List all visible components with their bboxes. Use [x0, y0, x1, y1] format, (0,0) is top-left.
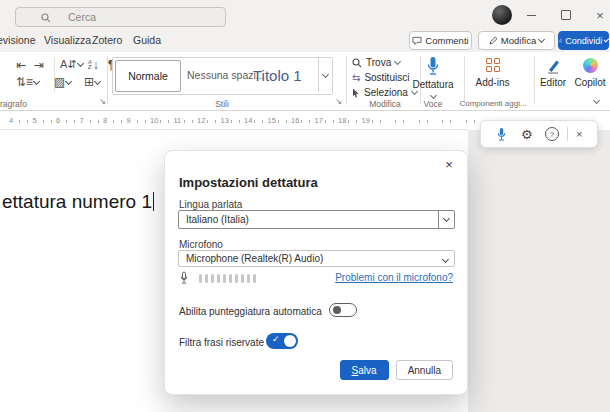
ruler-number: 5: [33, 116, 37, 125]
paragraph-group-label: ragrafo: [0, 99, 27, 109]
ruler-tick: [254, 120, 255, 123]
ruler-tick: [207, 120, 208, 123]
ruler-tick: [215, 120, 216, 123]
ruler-tick: [348, 120, 349, 123]
ruler-tick: [184, 120, 185, 123]
microphone-value: Microphone (Realtek(R) Audio): [186, 253, 323, 264]
addins-label: Add-ins: [476, 77, 510, 88]
comments-button[interactable]: Commenti: [409, 31, 472, 50]
document-text[interactable]: ettatura numero 1: [2, 191, 154, 213]
edit-mode-button[interactable]: Modifica: [478, 31, 555, 50]
borders-button[interactable]: ⊞: [84, 75, 100, 89]
copilot-label: Copilot: [574, 77, 605, 88]
mic-level-bars: [199, 274, 256, 283]
dictation-mic-button[interactable]: [489, 127, 514, 142]
cancel-button[interactable]: Annulla: [396, 360, 453, 380]
share-button[interactable]: Condividi: [558, 31, 609, 50]
ruler-number: 18: [338, 116, 346, 125]
editor-button[interactable]: Editor: [538, 58, 568, 88]
select-chevron: [443, 253, 448, 264]
tab-zotero[interactable]: Zotero: [92, 34, 122, 46]
ribbon: ≡ ⇤ ⇥ A⇵ AZ↓ ¶ ≡ ⇅≡ ▨ ⊞ ragrafo ↘ Normal…: [0, 52, 610, 111]
close-window-button[interactable]: ×: [587, 0, 610, 30]
line-spacing-button[interactable]: ⇅≡: [16, 75, 39, 89]
ruler-tick: [356, 120, 357, 123]
pencil-icon: [489, 36, 498, 45]
editing-group-label: Modifica: [360, 99, 410, 109]
chevron-down-icon: [538, 36, 545, 43]
select-button[interactable]: Seleziona: [352, 86, 417, 99]
tab-revisione[interactable]: evisione: [0, 34, 36, 46]
mic-level-bar: [217, 274, 220, 283]
dictation-help-button[interactable]: ?: [539, 127, 564, 141]
avatar[interactable]: [492, 5, 512, 25]
search-box[interactable]: [15, 7, 226, 27]
addins-grid-icon: [486, 58, 500, 72]
dictate-button[interactable]: Dettatura: [410, 56, 456, 98]
dictation-close-button[interactable]: ×: [570, 128, 589, 140]
tab-visualizza[interactable]: Visualizza: [44, 34, 91, 46]
mic-level-bar: [229, 274, 232, 283]
shading-button[interactable]: ▨: [54, 75, 71, 89]
auto-punctuation-label: Abilita punteggiatura automatica: [179, 306, 322, 317]
word-window: × evisione Visualizza Zotero Guida Comme…: [0, 0, 610, 412]
ruler-tick: [98, 120, 99, 123]
ruler-tick: [19, 120, 20, 123]
mic-level-bar: [223, 274, 226, 283]
addins-group-label: Componenti aggi...: [458, 99, 528, 108]
mic-level-bar: [199, 274, 202, 283]
auto-punctuation-toggle[interactable]: [329, 303, 357, 317]
ruler-number: 10: [150, 116, 158, 125]
minimize-button[interactable]: [518, 0, 544, 30]
microphone-icon: [425, 56, 441, 77]
editor-pencil-icon: [546, 58, 560, 74]
microphone-label: Microfono: [179, 239, 223, 250]
mic-level-bar: [211, 274, 214, 283]
increase-indent-icon[interactable]: ⇥: [34, 58, 44, 72]
text-size-button[interactable]: A⇵: [60, 58, 83, 71]
ruler-tick: [90, 120, 91, 123]
filter-phrases-toggle[interactable]: ✓: [266, 333, 298, 349]
mic-level-bar: [253, 274, 256, 283]
copilot-button[interactable]: Copilot: [572, 58, 608, 88]
replace-icon: ⇆: [352, 72, 360, 83]
styles-dialog-launcher[interactable]: ↘: [334, 98, 343, 107]
ruler-number: 16: [291, 116, 299, 125]
select-chevron: [438, 211, 454, 228]
ruler-tick: [278, 120, 279, 123]
replace-button[interactable]: ⇆ Sostituisci: [352, 71, 409, 84]
style-titolo1[interactable]: Titolo 1: [253, 58, 302, 92]
dictation-settings-button[interactable]: ⚙: [514, 127, 539, 142]
dictation-toolbar: ⚙ ? ×: [480, 120, 598, 148]
mic-level-bar: [247, 274, 250, 283]
ruler-tick: [403, 120, 404, 123]
ruler-tick: [43, 120, 44, 123]
mic-level-bar: [205, 274, 208, 283]
dialog-close-button[interactable]: ×: [441, 157, 457, 173]
search-input[interactable]: [66, 10, 210, 24]
mic-problems-link[interactable]: Problemi con il microfono?: [335, 272, 453, 283]
save-button[interactable]: Salva: [340, 360, 389, 380]
ribbon-collapse-button[interactable]: [593, 97, 600, 104]
style-normale[interactable]: Normale: [115, 60, 181, 92]
sort-button[interactable]: AZ↓: [88, 58, 99, 72]
share-icon: [559, 36, 562, 45]
menu-bar: evisione Visualizza Zotero Guida Comment…: [0, 30, 610, 52]
maximize-button[interactable]: [553, 0, 579, 30]
decrease-indent-icon[interactable]: ⇤: [16, 58, 26, 72]
language-select[interactable]: Italiano (Italia): [178, 210, 455, 229]
addins-button[interactable]: Add-ins: [470, 58, 515, 88]
ruler-number: 15: [268, 116, 276, 125]
language-label: Lingua parlata: [179, 199, 242, 210]
search-icon: [41, 13, 51, 23]
find-button[interactable]: Trova: [352, 56, 400, 69]
ruler-tick: [301, 120, 302, 123]
styles-group-label: Stili: [200, 99, 244, 109]
help-icon: ?: [545, 127, 559, 141]
ruler-tick: [333, 120, 334, 123]
ruler-tick: [450, 120, 451, 123]
paragraph-dialog-launcher[interactable]: ↘: [98, 98, 107, 107]
tab-guida[interactable]: Guida: [133, 34, 161, 46]
microphone-select[interactable]: Microphone (Realtek(R) Audio): [178, 250, 455, 267]
styles-gallery-expand[interactable]: [318, 58, 332, 92]
